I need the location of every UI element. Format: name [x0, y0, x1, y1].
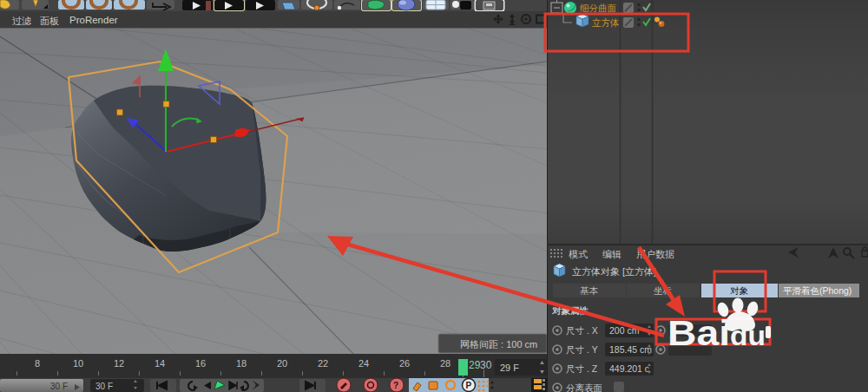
- svg-text:Bai: Bai: [667, 314, 730, 352]
